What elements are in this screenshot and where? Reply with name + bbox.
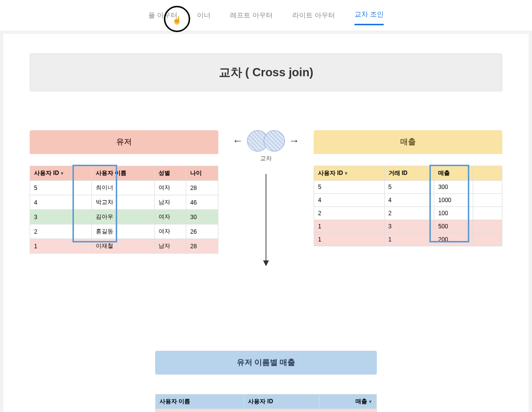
table-cell: 46 <box>186 195 218 210</box>
table-cell: 2 <box>384 207 434 220</box>
left-table: 사용자 ID▼ 사용자 이름 성별 나이 5최이너여자284박교차남자463김아… <box>30 166 218 254</box>
col-user-id[interactable]: 사용자 ID <box>244 395 319 409</box>
table-row: 13500 <box>314 220 502 233</box>
svg-marker-1 <box>263 260 269 266</box>
table-cell: 5 <box>30 181 92 195</box>
tab-full-outer[interactable]: 풀 아우터 <box>148 6 177 25</box>
center-diagram: ← → 교차 <box>232 130 300 163</box>
table-cell: 4 <box>244 409 319 412</box>
table-cell: 여자 <box>154 224 186 239</box>
table-cell: 4 <box>384 194 434 207</box>
col-gender[interactable]: 성별 <box>154 166 186 181</box>
col-user-id[interactable]: 사용자 ID▼ <box>314 166 385 181</box>
table-cell: 2 <box>30 224 92 239</box>
right-side: 매출 사용자 ID▼ 거래 ID 매출 55300441000221001350… <box>314 130 502 246</box>
table-row: 11200 <box>314 233 502 246</box>
table-cell: 200 <box>434 233 473 246</box>
table-cell: 1 <box>314 220 385 233</box>
table-cell: 남자 <box>154 195 186 210</box>
table-cell <box>473 194 502 207</box>
tab-cross-join[interactable]: 교차 조인 <box>355 5 384 25</box>
table-cell <box>473 220 502 233</box>
table-cell: 1 <box>314 233 385 246</box>
table-cell: 5 <box>384 181 434 194</box>
sort-desc-icon: ▼ <box>60 171 64 176</box>
table-row: 5최이너여자28 <box>30 181 218 195</box>
col-transaction-id[interactable]: 거래 ID <box>384 166 434 181</box>
table-row: 1이재철남자28 <box>30 239 218 254</box>
table-row: 441000 <box>314 194 502 207</box>
arrows-row: ← → <box>232 130 300 152</box>
venn-label: 교차 <box>260 154 272 163</box>
col-empty <box>473 166 502 181</box>
sort-desc-icon: ▼ <box>344 171 348 176</box>
table-cell: 남자 <box>154 239 186 254</box>
col-user-id[interactable]: 사용자 ID▼ <box>30 166 92 181</box>
result-title: 유저 이름별 매출 <box>155 351 377 375</box>
table-cell: 30 <box>186 210 218 224</box>
arrow-right-icon: → <box>289 135 300 147</box>
table-row: 2홍길동여자26 <box>30 224 218 239</box>
right-table-title: 매출 <box>314 130 502 154</box>
sort-desc-icon: ▼ <box>368 399 372 404</box>
table-row: 3김아우여자30 <box>30 210 218 224</box>
left-table-header: 사용자 ID▼ 사용자 이름 성별 나이 <box>30 166 218 181</box>
table-cell: 이재철 <box>91 239 154 254</box>
table-cell: 여자 <box>154 210 186 224</box>
col-user-name[interactable]: 사용자 이름 <box>156 395 244 409</box>
table-cell: 박교차 <box>91 195 154 210</box>
venn-circle-right <box>264 130 285 152</box>
table-cell <box>473 233 502 246</box>
left-side: 유저 사용자 ID▼ 사용자 이름 성별 나이 5최이너여자284박교차남자46… <box>30 130 218 254</box>
table-cell: 홍길동 <box>91 224 154 239</box>
tabs-bar: 풀 아우터 이너 레프트 아우터 라이트 아우터 교차 조인 <box>0 0 532 31</box>
col-sales[interactable]: 매출▼ <box>319 395 377 409</box>
col-age[interactable]: 나이 <box>186 166 218 181</box>
sheet: 교차 ( Cross join) 유저 사용자 ID▼ 사용자 이름 성별 나이… <box>3 34 529 412</box>
result-table: 사용자 이름 사용자 ID 매출▼ 이재철41,000홍길동41,000김아우4… <box>155 394 377 412</box>
table-row: 4박교차남자46 <box>30 195 218 210</box>
right-table: 사용자 ID▼ 거래 ID 매출 55300441000221001350011… <box>314 166 502 246</box>
table-cell: 500 <box>434 220 473 233</box>
table-cell: 4 <box>314 194 385 207</box>
table-cell: 3 <box>30 210 92 224</box>
left-table-title: 유저 <box>30 130 218 154</box>
result-table-header: 사용자 이름 사용자 ID 매출▼ <box>156 395 377 409</box>
table-cell: 28 <box>186 239 218 254</box>
table-cell: 26 <box>186 224 218 239</box>
table-row: 이재철41,000 <box>156 409 377 412</box>
table-cell: 최이너 <box>91 181 154 195</box>
table-cell: 4 <box>30 195 92 210</box>
canvas: 교차 ( Cross join) 유저 사용자 ID▼ 사용자 이름 성별 나이… <box>0 31 532 412</box>
result-block: 유저 이름별 매출 사용자 이름 사용자 ID 매출▼ 이재철41,000홍길동… <box>155 351 377 412</box>
venn-diagram <box>247 130 285 152</box>
table-cell: 1 <box>30 239 92 254</box>
table-cell <box>473 207 502 220</box>
table-row: 55300 <box>314 181 502 194</box>
arrow-left-icon: ← <box>232 135 243 147</box>
right-table-header: 사용자 ID▼ 거래 ID 매출 <box>314 166 502 181</box>
table-cell: 1000 <box>434 194 473 207</box>
col-user-name[interactable]: 사용자 이름 <box>91 166 154 181</box>
col-sales[interactable]: 매출 <box>434 166 473 181</box>
table-cell: 여자 <box>154 181 186 195</box>
table-cell: 5 <box>314 181 385 194</box>
table-cell: 1 <box>384 233 434 246</box>
table-row: 22100 <box>314 207 502 220</box>
table-cell <box>473 181 502 194</box>
table-cell: 300 <box>434 181 473 194</box>
join-row: 유저 사용자 ID▼ 사용자 이름 성별 나이 5최이너여자284박교차남자46… <box>30 130 502 254</box>
table-cell: 김아우 <box>91 210 154 224</box>
table-cell: 100 <box>434 207 473 220</box>
table-cell: 3 <box>384 220 434 233</box>
arrow-down-icon <box>263 174 269 266</box>
page-title: 교차 ( Cross join) <box>30 53 502 91</box>
tab-left-outer[interactable]: 레프트 아우터 <box>230 6 273 25</box>
tab-right-outer[interactable]: 라이트 아우터 <box>292 6 335 25</box>
table-cell: 1,000 <box>319 409 377 412</box>
table-cell: 2 <box>314 207 385 220</box>
table-cell: 이재철 <box>156 409 244 412</box>
table-cell: 28 <box>186 181 218 195</box>
tab-inner[interactable]: 이너 <box>197 6 211 25</box>
